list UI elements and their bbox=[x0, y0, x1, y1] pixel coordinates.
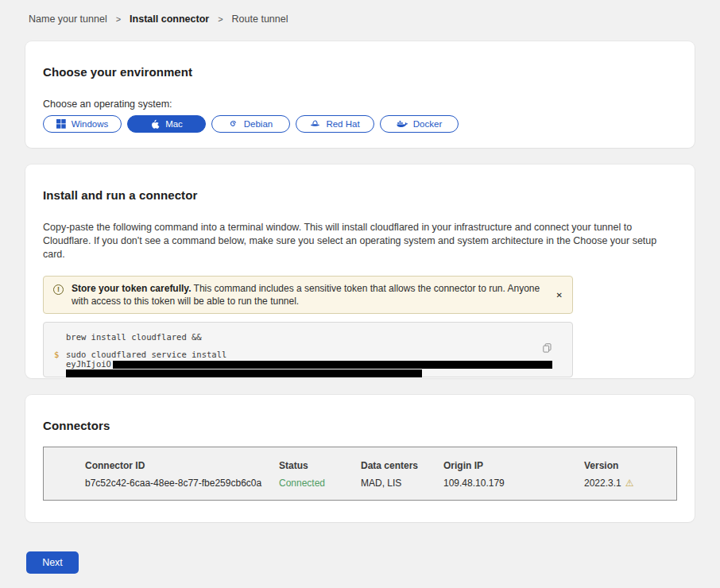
column-origin-ip: Origin IP bbox=[443, 460, 584, 471]
breadcrumb-step-install-connector[interactable]: Install connector bbox=[130, 14, 209, 25]
origin-ip-value: 109.48.10.179 bbox=[443, 478, 584, 489]
debian-icon bbox=[229, 119, 238, 129]
code-line-brew: brew install cloudflared && bbox=[44, 332, 572, 342]
docker-icon bbox=[397, 120, 408, 129]
os-button-label: Debian bbox=[244, 119, 273, 129]
os-button-redhat[interactable]: Red Hat bbox=[296, 115, 374, 133]
version-value: 2022.3.1 bbox=[584, 478, 621, 489]
breadcrumb-separator: > bbox=[116, 14, 121, 24]
os-button-group: Windows Mac Debian Red Hat bbox=[43, 115, 677, 133]
install-command-code-block: brew install cloudflared && $ sudo cloud… bbox=[43, 322, 573, 377]
choose-environment-card: Choose your environment Choose an operat… bbox=[25, 41, 695, 148]
windows-icon bbox=[56, 119, 66, 129]
install-card-title: Install and run a connector bbox=[43, 188, 677, 202]
data-centers-value: MAD, LIS bbox=[361, 478, 443, 489]
redhat-icon bbox=[310, 119, 320, 129]
column-data-centers: Data centers bbox=[361, 460, 443, 471]
os-button-debian[interactable]: Debian bbox=[211, 115, 290, 133]
os-button-mac[interactable]: Mac bbox=[127, 115, 206, 133]
token-warning-banner: ! Store your token carefully. This comma… bbox=[43, 276, 573, 314]
breadcrumb-step-name-your-tunnel[interactable]: Name your tunnel bbox=[29, 14, 107, 25]
redacted-token-bar bbox=[66, 369, 422, 377]
connectors-card: Connectors Connector ID Status Data cent… bbox=[25, 395, 695, 522]
status-badge: Connected bbox=[279, 478, 361, 489]
os-button-windows[interactable]: Windows bbox=[43, 115, 122, 133]
breadcrumb-step-route-tunnel[interactable]: Route tunnel bbox=[232, 14, 288, 25]
os-select-label: Choose an operating system: bbox=[43, 99, 677, 110]
os-button-label: Red Hat bbox=[326, 119, 359, 129]
connector-id-value: b7c52c42-6caa-48ee-8c77-fbe259cb6c0a bbox=[85, 478, 279, 489]
copy-icon[interactable] bbox=[541, 342, 553, 357]
code-command-text: sudo cloudflared service install bbox=[66, 350, 226, 359]
install-description: Copy-paste the following command into a … bbox=[43, 221, 675, 261]
apple-icon bbox=[150, 119, 160, 130]
close-icon[interactable]: ✕ bbox=[554, 288, 565, 302]
os-button-label: Windows bbox=[72, 119, 109, 129]
connectors-card-title: Connectors bbox=[43, 419, 677, 432]
os-button-label: Mac bbox=[165, 119, 183, 129]
install-connector-card: Install and run a connector Copy-paste t… bbox=[25, 164, 695, 378]
page: Name your tunnel > Install connector > R… bbox=[0, 0, 720, 574]
environment-card-title: Choose your environment bbox=[43, 65, 677, 79]
alert-circle-icon: ! bbox=[53, 284, 64, 295]
os-button-label: Docker bbox=[413, 119, 442, 129]
column-connector-id: Connector ID bbox=[85, 460, 279, 471]
next-button[interactable]: Next bbox=[26, 551, 79, 574]
column-status: Status bbox=[279, 460, 361, 471]
token-prefix: eyJhIjoiO bbox=[66, 359, 111, 369]
warning-title: Store your token carefully. bbox=[72, 283, 192, 294]
code-line-token: eyJhIjoiO bbox=[44, 360, 572, 369]
breadcrumb-separator: > bbox=[218, 14, 223, 24]
code-line-sudo: $ sudo cloudflared service install bbox=[44, 350, 572, 360]
breadcrumb: Name your tunnel > Install connector > R… bbox=[25, 0, 695, 19]
redacted-token-bar bbox=[113, 361, 552, 369]
shell-prompt: $ bbox=[54, 350, 59, 360]
column-version: Version bbox=[584, 460, 668, 471]
connectors-table-header: Connector ID Status Data centers Origin … bbox=[85, 460, 668, 471]
os-button-docker[interactable]: Docker bbox=[380, 115, 459, 133]
warning-triangle-icon: ⚠ bbox=[625, 478, 634, 488]
table-row: b7c52c42-6caa-48ee-8c77-fbe259cb6c0a Con… bbox=[85, 478, 668, 489]
connectors-table: Connector ID Status Data centers Origin … bbox=[43, 447, 677, 501]
